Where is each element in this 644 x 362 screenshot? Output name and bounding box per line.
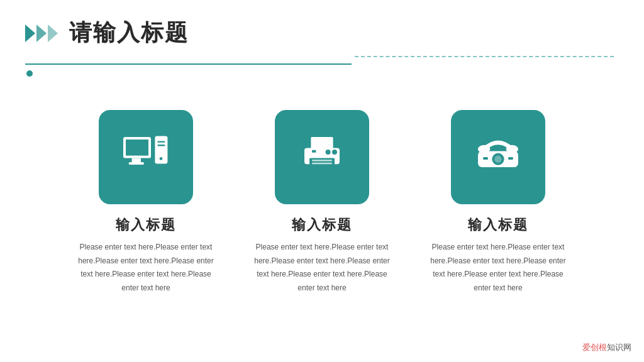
card-2-title: 输入标题 <box>292 216 352 234</box>
card-1-text: Please enter text here.Please enter text… <box>77 241 215 295</box>
chevron-3 <box>48 25 58 42</box>
card-3-title: 输入标题 <box>468 216 528 234</box>
svg-rect-5 <box>157 141 165 142</box>
card-3-icon-box <box>451 110 545 204</box>
card-3: 输入标题 Please enter text here.Please enter… <box>429 110 567 295</box>
watermark: 爱创根知识网 <box>582 342 631 353</box>
svg-point-15 <box>326 150 331 155</box>
svg-rect-10 <box>309 158 335 167</box>
svg-rect-12 <box>312 163 332 164</box>
card-2: 输入标题 Please enter text here.Please enter… <box>253 110 391 295</box>
svg-point-20 <box>494 156 501 163</box>
svg-rect-22 <box>508 157 513 160</box>
header-divider <box>0 56 644 79</box>
svg-rect-8 <box>311 137 333 150</box>
printer-icon <box>297 132 347 182</box>
svg-rect-3 <box>129 162 144 165</box>
telephone-icon <box>473 132 523 182</box>
chevron-2 <box>36 25 47 42</box>
card-2-icon-box <box>275 110 369 204</box>
chevron-1 <box>25 25 35 42</box>
computer-icon <box>121 132 171 182</box>
card-1: 输入标题 Please enter text here.Please enter… <box>77 110 215 295</box>
card-1-icon-box <box>99 110 193 204</box>
divider-dot <box>26 70 33 77</box>
svg-point-14 <box>332 150 337 155</box>
svg-point-7 <box>160 157 163 160</box>
divider-solid <box>25 63 352 65</box>
card-3-text: Please enter text here.Please enter text… <box>429 241 567 295</box>
watermark-suffix: 知识网 <box>607 343 631 352</box>
card-1-title: 输入标题 <box>116 216 176 234</box>
svg-rect-13 <box>312 150 316 153</box>
card-2-text: Please enter text here.Please enter text… <box>253 241 391 295</box>
page-title: 请输入标题 <box>69 18 189 48</box>
cards-container: 输入标题 Please enter text here.Please enter… <box>0 110 644 295</box>
svg-rect-6 <box>157 145 165 146</box>
divider-dashed <box>355 56 614 57</box>
page-header: 请输入标题 <box>0 0 644 48</box>
svg-rect-21 <box>483 157 488 160</box>
chevrons-decoration <box>25 25 59 42</box>
svg-rect-2 <box>132 158 141 162</box>
svg-rect-1 <box>126 140 148 156</box>
watermark-brand: 爱创根 <box>582 343 607 352</box>
svg-rect-11 <box>312 160 332 161</box>
